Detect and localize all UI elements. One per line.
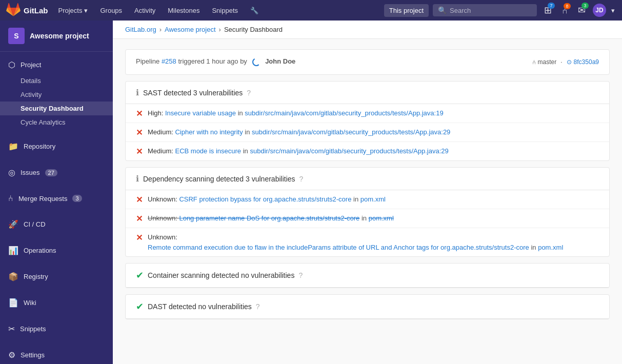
sidebar-item-issues[interactable]: ◎ Issues 27 <box>0 164 113 181</box>
nav-snippets[interactable]: Snippets <box>208 5 242 16</box>
dependency-header-text: Dependency scanning detected 3 vulnerabi… <box>143 175 295 183</box>
pipeline-commit[interactable]: ⊙ 8fc350a9 <box>567 58 599 66</box>
dast-help-icon[interactable]: ? <box>256 302 260 311</box>
dast-section: ✔ DAST detected no vulnerabilities ? <box>125 294 610 319</box>
sidebar-merge-section: ⑃ Merge Requests 3 <box>0 186 113 211</box>
snippets-icon: ✂ <box>8 324 15 334</box>
commit-hash: 8fc350a9 <box>574 58 599 66</box>
sidebar-item-settings[interactable]: ⚙ Settings <box>0 346 113 364</box>
top-navigation: GitLab Projects ▾ Groups Activity Milest… <box>0 0 622 21</box>
sidebar-item-cycle-analytics[interactable]: Cycle Analytics <box>0 115 113 129</box>
sidebar-wiki-section: 📄 Wiki <box>0 290 113 316</box>
this-project-button[interactable]: This project <box>384 4 429 17</box>
container-header-text: Container scanning detected no vulnerabi… <box>148 271 294 279</box>
page-layout: S Awesome project ⬡ Project Details Acti… <box>0 21 622 364</box>
sidebar-item-snippets[interactable]: ✂ Snippets <box>0 320 113 338</box>
sidebar-item-wiki[interactable]: 📄 Wiki <box>0 294 113 312</box>
sast-path-2[interactable]: subdir/src/main/java/com/gitlab/security… <box>252 128 450 136</box>
dep-item-3-text: Unknown: Remote command execution due to… <box>148 232 563 252</box>
sast-section: ℹ SAST detected 3 vulnerabilities ? ✕ Hi… <box>125 81 610 161</box>
pipeline-spinner-icon <box>251 57 262 67</box>
dep-x-1: ✕ <box>136 195 143 205</box>
nav-projects[interactable]: Projects ▾ <box>54 5 92 16</box>
sidebar-item-ci-cd[interactable]: 🚀 CI / CD <box>0 215 113 233</box>
sast-item-2-text: Medium: Cipher with no integrity in subd… <box>148 127 450 137</box>
sidebar-item-registry[interactable]: 📦 Registry <box>0 268 113 286</box>
sidebar-project-header-item[interactable]: ⬡ Project <box>0 56 113 74</box>
svg-point-0 <box>252 58 259 66</box>
merge-badge: 8 <box>564 3 571 9</box>
project-header: S Awesome project <box>0 21 113 52</box>
logo-text: GitLab <box>24 6 48 15</box>
merge-badge: 3 <box>72 195 82 202</box>
sidebar-project-label: Project <box>21 61 41 69</box>
repository-icon: 📁 <box>8 141 18 151</box>
sidebar-item-activity[interactable]: Activity <box>0 88 113 102</box>
container-help-icon[interactable]: ? <box>298 271 303 279</box>
issues-badge: 27 <box>45 169 57 176</box>
nav-activity[interactable]: Activity <box>130 5 159 16</box>
dep-item-1-text: Unknown: CSRF protection bypass for org.… <box>148 194 386 205</box>
sast-link-2[interactable]: Cipher with no integrity <box>175 128 243 136</box>
issues-icon: ◎ <box>8 168 15 177</box>
todo-button[interactable]: ⊞ 7 <box>541 3 555 18</box>
dep-link-1[interactable]: CSRF protection bypass for org.apache.st… <box>179 195 351 203</box>
sast-item-3: ✕ Medium: ECB mode is insecure in subdir… <box>126 142 609 160</box>
nav-groups[interactable]: Groups <box>96 5 126 16</box>
dep-link-2[interactable]: Long parameter name DoS for org.apache.s… <box>179 214 359 222</box>
sast-help-icon[interactable]: ? <box>247 89 251 97</box>
dep-item-2-text: Unknown: Long parameter name DoS for org… <box>148 213 394 224</box>
settings-icon: ⚙ <box>8 350 15 360</box>
breadcrumb-project[interactable]: Awesome project <box>165 26 215 33</box>
dependency-help-icon[interactable]: ? <box>299 175 304 183</box>
dependency-section: ℹ Dependency scanning detected 3 vulnera… <box>125 167 610 257</box>
sidebar-item-merge-requests[interactable]: ⑃ Merge Requests 3 <box>0 190 113 207</box>
sast-item-3-text: Medium: ECB mode is insecure in subdir/s… <box>148 146 449 156</box>
merge-icon: ⑃ <box>8 194 13 203</box>
sidebar-snippets-section: ✂ Snippets <box>0 316 113 342</box>
sast-path-3[interactable]: subdir/src/main/java/com/gitlab/security… <box>250 147 448 155</box>
sast-link-1[interactable]: Insecure variable usage <box>165 109 236 117</box>
dependency-info-icon: ℹ <box>136 174 139 184</box>
dep-link-3[interactable]: Remote command execution due to flaw in … <box>148 244 529 251</box>
pipeline-prefix: Pipeline <box>136 57 159 65</box>
inbox-button[interactable]: ✉ 3 <box>575 3 589 18</box>
sast-item-2: ✕ Medium: Cipher with no integrity in su… <box>126 123 609 142</box>
dep-item-2: ✕ Unknown: Long parameter name DoS for o… <box>126 209 609 228</box>
sidebar-operations-section: 📊 Operations <box>0 237 113 264</box>
breadcrumb-gitlab-org[interactable]: GitLab.org <box>125 26 156 33</box>
sidebar-item-repository[interactable]: 📁 Repository <box>0 137 113 155</box>
pipeline-triggered-text: triggered 1 hour ago by <box>178 57 247 65</box>
sast-path-1[interactable]: subdir/src/main/java/com/gitlab/security… <box>245 109 443 117</box>
merge-requests-button[interactable]: ⑃ 8 <box>559 3 571 18</box>
sast-item-1: ✕ High: Insecure variable usage in subdi… <box>126 104 609 123</box>
pipeline-info: Pipeline #258 triggered 1 hour ago by Jo… <box>136 57 295 67</box>
dep-path-1[interactable]: pom.xml <box>360 195 386 203</box>
nav-milestones[interactable]: Milestones <box>164 5 204 16</box>
search-input[interactable] <box>450 7 532 14</box>
pipeline-dot: · <box>560 58 562 66</box>
gitlab-logo[interactable]: GitLab <box>6 3 48 17</box>
dep-x-3: ✕ <box>136 233 143 242</box>
container-section: ✔ Container scanning detected no vulnera… <box>125 263 610 288</box>
sast-link-3[interactable]: ECB mode is insecure <box>175 147 241 155</box>
dep-item-1: ✕ Unknown: CSRF protection bypass for or… <box>126 190 609 209</box>
sidebar-item-operations[interactable]: 📊 Operations <box>0 241 113 259</box>
dep-path-2[interactable]: pom.xml <box>369 214 394 222</box>
avatar-arrow[interactable]: ▾ <box>610 7 616 14</box>
sidebar-item-details[interactable]: Details <box>0 74 113 88</box>
sidebar: S Awesome project ⬡ Project Details Acti… <box>0 21 113 364</box>
pipeline-link[interactable]: #258 <box>162 57 176 65</box>
search-bar[interactable]: 🔍 <box>433 4 537 16</box>
container-header: ✔ Container scanning detected no vulnera… <box>126 264 609 288</box>
pipeline-card: Pipeline #258 triggered 1 hour ago by Jo… <box>125 49 610 75</box>
dep-x-2: ✕ <box>136 214 143 224</box>
project-name: Awesome project <box>30 32 89 40</box>
nav-wrench[interactable]: 🔧 <box>246 5 263 16</box>
dep-path-3[interactable]: pom.xml <box>538 244 563 251</box>
sidebar-item-security-dashboard[interactable]: Security Dashboard <box>0 102 113 115</box>
pipeline-branch: ⑃ master <box>532 58 557 66</box>
sast-item-1-text: High: Insecure variable usage in subdir/… <box>148 108 444 118</box>
sast-header-text: SAST detected 3 vulnerabilities <box>143 89 243 97</box>
user-avatar[interactable]: JD <box>593 4 606 17</box>
